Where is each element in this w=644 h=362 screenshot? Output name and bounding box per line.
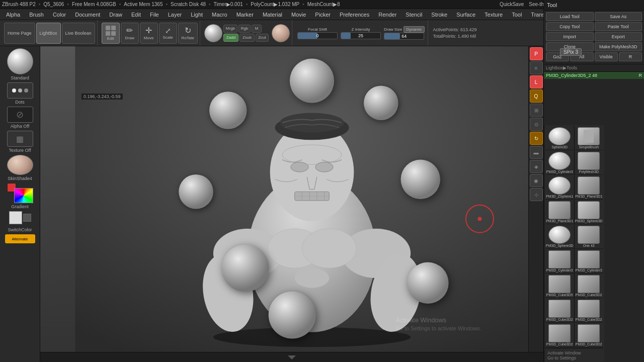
frame-btn[interactable]: ⊞ bbox=[530, 104, 543, 117]
menu-color[interactable]: Color bbox=[49, 11, 70, 19]
rotate-btn[interactable]: ↻ RoTate bbox=[178, 23, 198, 44]
menu-layer[interactable]: Layer bbox=[164, 11, 186, 19]
zadd-btn[interactable]: Zadd bbox=[223, 34, 238, 42]
menu-brush[interactable]: Brush bbox=[25, 11, 48, 19]
toggle-arrow[interactable] bbox=[288, 355, 296, 359]
zcut-btn[interactable]: Zcut bbox=[256, 34, 269, 42]
focal-shift-slider[interactable]: 0 bbox=[297, 32, 338, 39]
spols-btn[interactable]: ⊹ bbox=[530, 188, 543, 201]
subtool-sphere3d-3[interactable]: PM3D_Sphere3D bbox=[545, 225, 575, 248]
rotate-btn2[interactable]: ↻ bbox=[530, 132, 543, 145]
subtool-cube1[interactable]: PM3D_Cylinder3 bbox=[545, 249, 575, 273]
z-intensity-slider[interactable]: 25 bbox=[341, 32, 381, 39]
subtool-row-6: PM3D_Cylinder3 PM3D_Cylinder3 bbox=[545, 249, 603, 274]
menu-picker[interactable]: Picker bbox=[311, 11, 335, 19]
persp-btn[interactable]: P bbox=[530, 47, 543, 60]
load-tool-btn[interactable]: Load Tool bbox=[546, 12, 594, 21]
save-as-btn[interactable]: Save As bbox=[595, 12, 642, 21]
texture-item[interactable]: ▦ Texture Off bbox=[2, 131, 38, 153]
alt-color-swatch[interactable] bbox=[23, 214, 31, 222]
lightbox-tools-link[interactable]: Lightbox▶Tools bbox=[544, 64, 644, 71]
svg-point-25 bbox=[364, 85, 398, 120]
menu-edit[interactable]: Edit bbox=[127, 11, 145, 19]
export-btn[interactable]: Export bbox=[595, 32, 642, 41]
subtool-item-zsphere[interactable]: PM3D_ZSphere1 bbox=[545, 175, 575, 199]
linefill-btn[interactable]: ▬ bbox=[530, 146, 543, 159]
mrgb-btn[interactable]: Mrgb bbox=[223, 25, 237, 33]
subtool-cube6[interactable]: PM3D_Cube3D2 bbox=[575, 299, 604, 322]
move-btn[interactable]: ✛ Move bbox=[140, 23, 158, 44]
menu-document[interactable]: Document bbox=[71, 11, 104, 19]
draw-size-slider[interactable]: 64 bbox=[384, 33, 424, 40]
transp-btn[interactable]: ◈ bbox=[530, 160, 543, 173]
subtool-cube2[interactable]: PM3D_Cylinder3 bbox=[575, 249, 604, 273]
rgb-btn[interactable]: Rgb bbox=[238, 25, 251, 33]
visible-btn[interactable]: Visible bbox=[595, 52, 618, 61]
subtool-item-sphere3d2[interactable]: PM3D_Sphere3D bbox=[575, 200, 604, 224]
subtool-item-cyl3a[interactable]: PM3D_Cylinder3 bbox=[545, 151, 575, 174]
zsub-btn[interactable]: Zsub bbox=[239, 34, 255, 42]
color-swatch-item[interactable]: Gradient bbox=[2, 183, 38, 209]
subtool-item-simplebrush[interactable]: SimpleBrush bbox=[575, 126, 604, 150]
local-btn[interactable]: L bbox=[530, 75, 543, 88]
subtool-cube5[interactable]: PM3D_Cube3D2 bbox=[545, 299, 575, 322]
lightbox-btn[interactable]: LightBox bbox=[36, 23, 61, 44]
subtool-item-polymesh[interactable]: PolyMesh3D bbox=[575, 151, 604, 174]
menu-material[interactable]: Material bbox=[259, 11, 286, 19]
draw-btn[interactable]: ✏ Draw bbox=[121, 23, 139, 44]
menu-marker[interactable]: Marker bbox=[232, 11, 258, 19]
subtool-item-plane3d[interactable]: PM3D_Plane3D1 bbox=[575, 175, 604, 199]
menu-movie[interactable]: Movie bbox=[287, 11, 310, 19]
qviz-btn[interactable]: Q bbox=[530, 89, 543, 103]
menu-surface[interactable]: Surface bbox=[452, 11, 479, 19]
dots-brush-item[interactable]: Dots bbox=[2, 82, 38, 105]
alpha-item[interactable]: ⊘ Alpha Off bbox=[2, 107, 38, 129]
subtool-one43[interactable]: One 43 bbox=[575, 225, 604, 248]
menu-texture[interactable]: Texture bbox=[480, 11, 507, 19]
canvas-area[interactable]: 0.196,-3.243,-0.59 SPix 3 bbox=[40, 46, 584, 352]
subtool-cube7[interactable]: PM3D_Cube3D2 bbox=[545, 323, 575, 347]
menu-preferences[interactable]: Preferences bbox=[336, 11, 373, 19]
menu-file[interactable]: File bbox=[146, 11, 163, 19]
skin-shade-item[interactable]: SkinShade4 bbox=[2, 155, 38, 181]
menu-tool[interactable]: Tool bbox=[508, 11, 526, 19]
menu-draw[interactable]: Draw bbox=[105, 11, 126, 19]
live-boolean-btn[interactable]: Live Boolean bbox=[62, 23, 95, 44]
draw-size-group: Draw Size Dynamic 64 bbox=[384, 26, 425, 40]
floor-btn[interactable]: ≡ bbox=[530, 61, 543, 74]
brush-selector[interactable] bbox=[204, 24, 222, 42]
alternate-btn[interactable]: Alternate bbox=[5, 234, 35, 243]
scale-btn[interactable]: ⤢ Scale bbox=[159, 23, 177, 44]
menu-alpha[interactable]: Alpha bbox=[2, 11, 24, 19]
home-page-btn[interactable]: Home Page bbox=[4, 23, 35, 44]
side-gutter: P ≡ L Q ⊞ ⊙ ↻ ▬ ◈ ◉ ⊹ bbox=[528, 46, 543, 362]
material-selector[interactable] bbox=[272, 24, 290, 42]
main-color-swatch[interactable] bbox=[9, 211, 22, 224]
import-btn[interactable]: Import bbox=[546, 32, 594, 41]
menu-stroke[interactable]: Stroke bbox=[427, 11, 451, 19]
svg-point-32 bbox=[477, 217, 481, 221]
quicksave-btn[interactable]: QuickSave bbox=[500, 2, 524, 7]
subtool-cube4[interactable]: PM3D_Cube3D2 bbox=[575, 274, 604, 298]
subtool-item-plane3d2[interactable]: PM3D_Plane3D1 bbox=[545, 200, 575, 224]
m-btn[interactable]: M bbox=[252, 25, 262, 33]
brush-preview-item[interactable]: Standard bbox=[2, 48, 38, 80]
menu-render[interactable]: Render bbox=[374, 11, 400, 19]
copy-tool-btn[interactable]: Copy Tool bbox=[546, 22, 594, 31]
edit-btn[interactable]: Edit bbox=[102, 23, 120, 44]
make-polymesh-btn[interactable]: Make PolyMesh3D bbox=[595, 42, 642, 51]
solo-btn[interactable]: ◉ bbox=[530, 174, 543, 187]
load3d-btn[interactable]: ⊙ bbox=[530, 118, 543, 131]
r-badge: R bbox=[639, 73, 642, 78]
subtool-item-sphere3d[interactable]: Sphere3D bbox=[545, 126, 575, 150]
r-btn[interactable]: R bbox=[619, 52, 642, 61]
subtool-cube8[interactable]: PM3D_Cube3D2 bbox=[575, 323, 604, 347]
menu-macro[interactable]: Macro bbox=[208, 11, 231, 19]
paste-tool-btn[interactable]: Paste Tool bbox=[595, 22, 642, 31]
menu-light[interactable]: Light bbox=[187, 11, 207, 19]
menu-stencil[interactable]: Stencil bbox=[401, 11, 426, 19]
subtool-cube3[interactable]: PM3D_Cube3D5 bbox=[545, 274, 575, 298]
dynamic-btn[interactable]: Dynamic bbox=[404, 26, 424, 33]
timer: Timer▶0.001 bbox=[214, 2, 243, 7]
import-export-row: Import Export bbox=[546, 32, 642, 41]
